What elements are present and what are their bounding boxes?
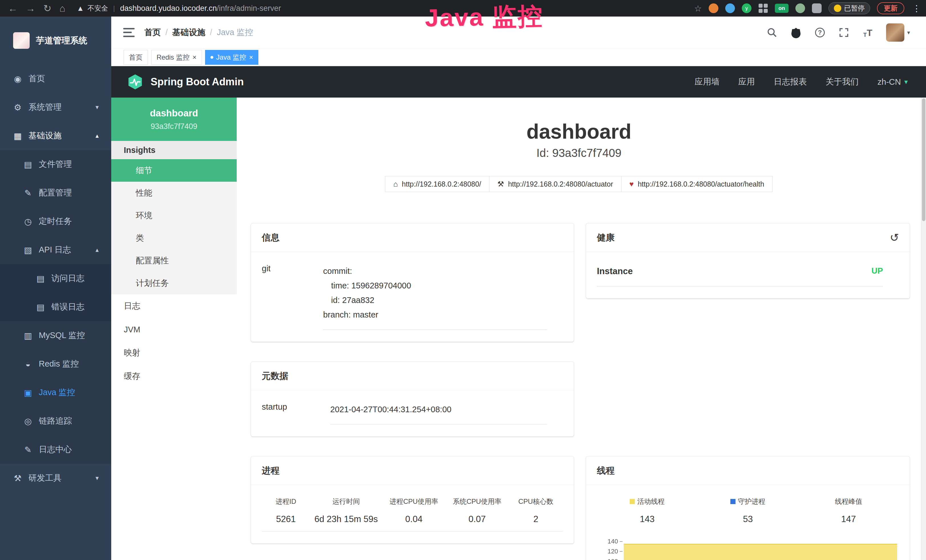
info-card: 信息 git commit: time: 1596289704000 id: 2… [251,223,574,342]
process-stats: 进程ID 5261 运行时间 6d 23h 15m 59s [262,497,563,531]
forward-icon[interactable]: → [26,3,35,14]
hamburger-icon[interactable] [123,28,135,37]
extension-fox-icon[interactable] [709,3,719,13]
breadcrumb-infrastructure[interactable]: 基础设施 [172,27,205,38]
status-badge: UP [872,266,883,277]
threads-card-title: 线程 [597,465,614,477]
sidebar-item-mappings[interactable]: 映射 [111,341,237,365]
page-subtitle: Id: 93a3fc7f7409 [237,147,921,159]
avatar-image [886,23,904,42]
sidebar-item-dev-tools[interactable]: ⚒ 研发工具 ▾ [0,464,111,492]
tab-redis-monitor[interactable]: Redis 监控 × [151,50,202,65]
process-card-title: 进程 [262,465,280,477]
tags-view-bar: 首页 Redis 监控 × Java 监控 × [111,48,926,66]
sidebar-item-scheduled-tasks[interactable]: 计划任务 [111,272,237,294]
sidebar-item-api-logs[interactable]: ▧ API 日志 ▴ [0,236,111,264]
extension-on-badge[interactable]: on [775,4,788,13]
breadcrumb-current: Java 监控 [217,27,253,38]
sidebar-item-details[interactable]: 细节 [111,159,237,182]
sidebar-item-classes[interactable]: 类 [111,227,237,249]
uptime-label: 运行时间 [310,497,382,506]
font-size-icon[interactable]: TT [862,27,873,38]
service-url-link[interactable]: ⌂ http://192.168.0.2:48080/ [385,176,489,192]
metadata-card-title: 元数据 [262,370,288,382]
instance-header[interactable]: dashboard 93a3fc7f7409 [111,98,237,141]
user-avatar[interactable]: ▾ [886,23,910,42]
sba-nav-journal[interactable]: 日志报表 [774,76,807,88]
sidebar-group-insights[interactable]: Insights [111,141,237,159]
sidebar-item-infrastructure[interactable]: ▦ 基础设施 ▴ [0,121,111,150]
extension-drop-icon[interactable] [725,3,735,13]
fullscreen-icon[interactable] [838,27,850,38]
process-card: 进程 进程ID 5261 运行时间 [251,456,574,543]
sidebar-item-access-logs[interactable]: ▤ 访问日志 [0,264,111,293]
sidebar-item-caches[interactable]: 缓存 [111,365,237,388]
back-icon[interactable]: ← [8,3,18,14]
metadata-card: 元数据 startup 2021-04-27T00:44:31.254+08:0… [251,362,574,436]
refresh-icon[interactable]: ↻ [43,3,51,14]
sidebar-item-redis-monitor[interactable]: ◒ Redis 监控 [0,350,111,378]
sidebar-item-scheduled-jobs[interactable]: ◷ 定时任务 [0,207,111,236]
url-path: /infra/admin-server [217,4,281,12]
page-scrollbar[interactable] [921,98,926,560]
daemon-threads-label: 守护进程 [738,497,765,506]
sidebar-item-file-management[interactable]: ▤ 文件管理 [0,150,111,179]
sba-nav-about[interactable]: 关于我们 [826,76,859,88]
sidebar-item-mysql-monitor[interactable]: ▥ MySQL 监控 [0,321,111,350]
app-title: 芋道管理系统 [36,35,87,47]
chevron-down-icon: ▾ [95,474,99,482]
instance-id: 93a3fc7f7409 [151,122,197,131]
sidebar-item-logs[interactable]: 日志 [111,294,237,318]
sidebar-item-log-center[interactable]: ✎ 日志中心 [0,435,111,464]
extension-green-circle-icon[interactable]: y [742,3,752,13]
close-icon[interactable]: × [192,54,197,61]
paused-badge[interactable]: 已暂停 [828,2,870,14]
sidebar-item-metrics[interactable]: 性能 [111,182,237,204]
sba-language-select[interactable]: zh-CN ▾ [878,77,908,87]
help-icon[interactable]: ? [814,27,826,38]
extension-grid-icon[interactable] [758,3,768,13]
security-label: 不安全 [88,4,108,13]
tab-home[interactable]: 首页 [124,50,148,65]
sidebar-item-config-props[interactable]: 配置属性 [111,249,237,272]
java-monitor-icon: ▣ [23,388,33,398]
actuator-url-link[interactable]: ⚒ http://192.168.0.2:48080/actuator [489,176,622,192]
trace-icon: ◎ [23,416,33,426]
sidebar-item-config-management[interactable]: ✎ 配置管理 [0,179,111,207]
chrome-update-button[interactable]: 更新 [877,2,904,14]
sba-nav-wallboard[interactable]: 应用墙 [695,76,720,88]
cpu-cores-value: 2 [509,514,563,524]
search-icon[interactable] [766,27,778,38]
github-icon[interactable] [790,27,802,38]
sba-logo-icon [127,74,143,90]
topbar: 首页 基础设施 Java 监控 ? TT [111,17,926,48]
sidebar-item-trace[interactable]: ◎ 链路追踪 [0,407,111,435]
sidebar-item-system-management[interactable]: ⚙ 系统管理 ▾ [0,93,111,121]
bookmark-star-icon[interactable]: ☆ [694,3,702,14]
chrome-menu-icon[interactable]: ⋮ [912,3,921,14]
sba-brand[interactable]: Spring Boot Admin [127,74,244,90]
history-icon[interactable]: ↺ [890,232,899,244]
sba-nav-applications[interactable]: 应用 [738,76,755,88]
home-nav-icon[interactable]: ⌂ [60,3,66,14]
sidebar-item-error-logs[interactable]: ▤ 错误日志 [0,293,111,321]
scrollbar-thumb[interactable] [922,98,925,221]
security-indicator[interactable]: ▲ 不安全 [77,4,108,13]
sidebar-item-environment[interactable]: 环境 [111,204,237,227]
url-host: dashboard.yudao.iocoder.cn [120,4,217,12]
extension-puzzle-icon[interactable] [812,3,822,13]
sidebar-item-java-monitor[interactable]: ▣ Java 监控 [0,378,111,407]
health-url-link[interactable]: ♥ http://192.168.0.2:48080/actuator/heal… [621,176,773,192]
warning-icon: ▲ [77,4,84,13]
address-bar[interactable]: dashboard.yudao.iocoder.cn/infra/admin-s… [120,4,281,13]
sidebar-item-home[interactable]: ◉ 首页 [0,65,111,93]
tab-java-monitor[interactable]: Java 监控 × [205,50,259,65]
peak-threads-label: 线程峰值 [835,497,862,506]
instance-name: dashboard [150,108,198,119]
close-icon[interactable]: × [249,54,253,61]
sidebar-item-jvm[interactable]: JVM [111,318,237,341]
app-logo[interactable]: 芋道管理系统 [0,17,111,65]
breadcrumb-home[interactable]: 首页 [144,27,161,38]
extension-leaf-icon[interactable] [795,3,805,13]
threads-card: 线程 活动线程 143 守护进程 53 [586,456,910,560]
